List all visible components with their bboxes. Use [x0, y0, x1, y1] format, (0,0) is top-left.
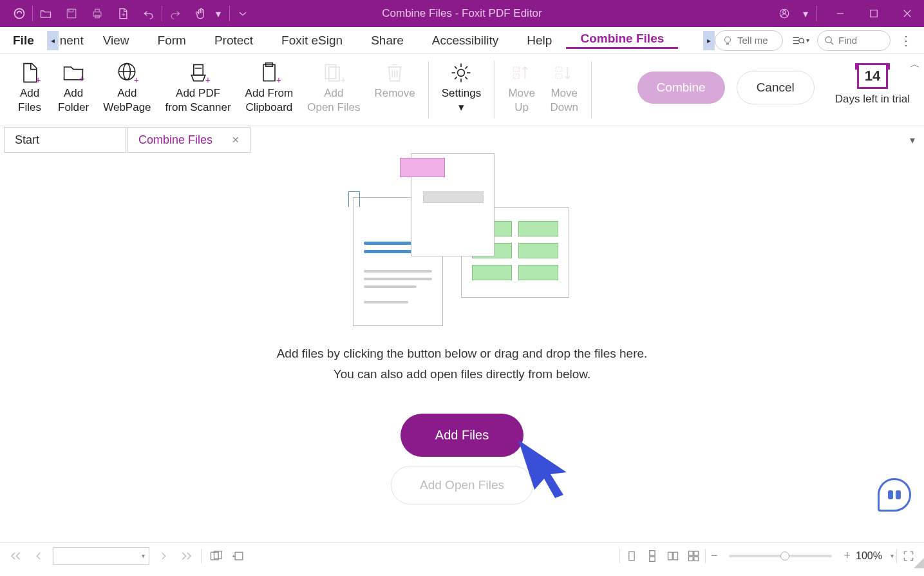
doctab-start[interactable]: Start — [4, 127, 126, 153]
menu-scroll-right-icon[interactable]: ▸ — [703, 31, 715, 50]
trial-indicator[interactable]: 14 Days left in trial — [827, 58, 918, 106]
svg-rect-51 — [650, 556, 655, 561]
svg-point-18 — [825, 37, 831, 43]
ribbon-file-plus[interactable]: +Add Files — [14, 58, 45, 117]
ribbon-label: Add Files — [18, 86, 41, 115]
last-page-icon[interactable] — [178, 547, 196, 565]
user-dropdown-icon[interactable]: ▾ — [801, 8, 810, 20]
ribbon-label: Add Folder — [58, 86, 89, 115]
menu-tab-share[interactable]: Share — [357, 34, 418, 48]
ribbon-scanner-plus[interactable]: +Add PDF from Scanner — [164, 58, 232, 117]
zoom-slider[interactable] — [729, 555, 832, 557]
zoom-in-icon[interactable]: + — [841, 549, 853, 562]
cancel-button[interactable]: Cancel — [737, 71, 815, 104]
svg-line-17 — [803, 42, 804, 43]
ribbon-label: Settings ▾ — [442, 86, 481, 115]
find-input[interactable] — [838, 35, 883, 46]
svg-rect-53 — [674, 552, 678, 560]
more-qat-icon[interactable] — [230, 0, 256, 27]
open-icon[interactable] — [33, 0, 59, 27]
menu-tab-protect[interactable]: Protect — [200, 34, 267, 48]
resize-grip-icon[interactable] — [914, 558, 924, 568]
clipboard-plus-icon: + — [257, 61, 281, 85]
ribbon-label: Add WebPage — [103, 86, 151, 115]
facing-view-icon[interactable] — [664, 547, 682, 565]
more-menu-icon[interactable]: ⋮ — [894, 33, 918, 48]
doctab-combine-files[interactable]: Combine Files✕ — [127, 127, 250, 153]
combine-button[interactable]: Combine — [637, 72, 725, 104]
find-box[interactable] — [817, 30, 891, 51]
zoom-out-icon[interactable]: − — [708, 549, 721, 562]
chat-assistant-icon[interactable] — [878, 478, 911, 512]
tellme-input[interactable] — [737, 35, 776, 46]
svg-text:+: + — [134, 75, 138, 84]
svg-rect-43 — [556, 67, 562, 72]
menu-tab-form[interactable]: Form — [144, 34, 200, 48]
ribbon-label: Move Up — [508, 86, 535, 115]
menu-tab-foxit-esign[interactable]: Foxit eSign — [267, 34, 357, 48]
ribbon-clipboard-plus[interactable]: +Add From Clipboard — [244, 58, 295, 117]
menu-item-partial[interactable]: nent — [59, 34, 89, 48]
instruction-line-2: You can also add open files directly fro… — [334, 367, 591, 381]
hand-tool-icon[interactable] — [188, 0, 214, 27]
gear-icon — [449, 61, 473, 85]
svg-rect-3 — [93, 12, 101, 17]
zoom-dropdown-icon[interactable]: ▾ — [891, 552, 894, 559]
redo-icon[interactable] — [162, 0, 188, 27]
hand-dropdown-icon[interactable]: ▾ — [214, 8, 223, 20]
advanced-search-icon[interactable]: ▾ — [787, 34, 813, 48]
svg-text:+: + — [276, 75, 281, 84]
add-files-button[interactable]: Add Files — [401, 414, 523, 457]
window-title: Combine Files - Foxit PDF Editor — [382, 7, 542, 20]
menu-tab-combine-files[interactable]: Combine Files — [566, 32, 678, 49]
ribbon-label: Add Open Files — [307, 86, 360, 115]
ribbon-globe-plus[interactable]: +Add WebPage — [102, 58, 152, 117]
ribbon-folder-plus[interactable]: +Add Folder — [57, 58, 90, 117]
menu-tab-help[interactable]: Help — [513, 34, 566, 48]
continuous-view-icon[interactable] — [643, 547, 661, 565]
collapse-ribbon-icon[interactable]: ︿ — [910, 58, 920, 72]
trial-text: Days left in trial — [835, 93, 910, 106]
save-icon[interactable] — [59, 0, 84, 27]
menu-tab-accessibility[interactable]: Accessibility — [418, 34, 513, 48]
prev-page-icon[interactable] — [30, 547, 48, 565]
svg-rect-9 — [871, 10, 878, 17]
single-page-view-icon[interactable] — [623, 547, 641, 565]
minimize-icon[interactable] — [824, 0, 857, 27]
trial-days: 14 — [857, 63, 888, 89]
move-down-icon — [552, 61, 576, 85]
svg-rect-56 — [688, 556, 693, 561]
ribbon-move-up: Move Up — [506, 58, 537, 117]
app-logo-icon[interactable] — [6, 0, 32, 27]
continuous-facing-view-icon[interactable] — [684, 547, 702, 565]
user-account-icon[interactable] — [768, 0, 801, 27]
menu-tab-view[interactable]: View — [89, 34, 144, 48]
next-page-icon[interactable] — [155, 547, 173, 565]
ribbon-label: Move Down — [550, 86, 578, 115]
bulb-icon — [722, 35, 733, 46]
first-page-icon[interactable] — [6, 547, 24, 565]
folder-plus-icon: + — [61, 61, 86, 85]
page-number-input[interactable]: ▾ — [53, 547, 149, 565]
close-tab-icon[interactable]: ✕ — [232, 135, 240, 145]
undo-icon[interactable] — [136, 0, 162, 27]
zoom-level[interactable]: 100% — [856, 550, 888, 562]
ribbon-gear[interactable]: Settings ▾ — [440, 58, 482, 117]
doctabs-dropdown-icon[interactable]: ▾ — [910, 134, 920, 146]
maximize-icon[interactable] — [857, 0, 891, 27]
reflow-icon[interactable] — [207, 547, 225, 565]
openfiles-plus-icon: + — [321, 61, 346, 85]
rotate-view-icon[interactable] — [230, 547, 248, 565]
add-open-files-button: Add Open Files — [391, 466, 533, 504]
file-menu[interactable]: File — [0, 34, 47, 48]
svg-point-16 — [799, 38, 804, 43]
ribbon-trash: Remove — [373, 58, 416, 103]
menu-scroll-left-icon[interactable]: ◂ — [47, 31, 59, 50]
create-icon[interactable] — [110, 0, 136, 27]
tellme-search[interactable] — [715, 30, 783, 51]
print-icon[interactable] — [84, 0, 110, 27]
svg-rect-40 — [514, 67, 520, 72]
trash-icon — [382, 61, 407, 85]
svg-point-39 — [458, 70, 465, 77]
close-window-icon[interactable] — [891, 0, 924, 27]
